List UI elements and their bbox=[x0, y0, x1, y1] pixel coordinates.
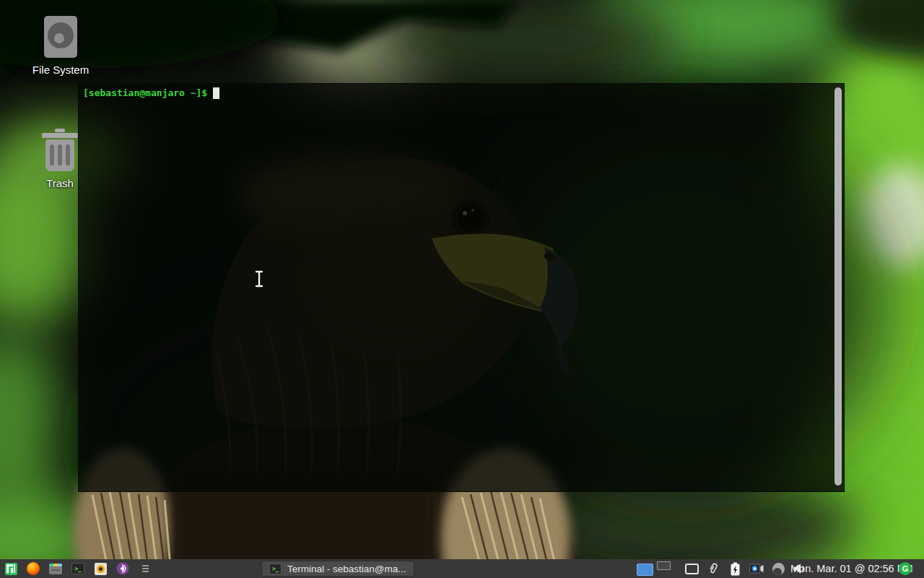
workspace-switcher[interactable] bbox=[637, 559, 673, 578]
file-manager-launcher[interactable] bbox=[48, 561, 63, 577]
clock[interactable]: Mon. Mar. 01 @ 02:56 PM bbox=[790, 559, 912, 578]
hard-drive-icon bbox=[44, 16, 77, 58]
tor-browser-launcher[interactable] bbox=[116, 561, 130, 577]
badge-letter: G bbox=[902, 564, 909, 573]
media-player-launcher[interactable] bbox=[93, 561, 108, 577]
desktop-root: File System Trash [sebastian@manjaro ~]$ bbox=[0, 0, 924, 578]
taskbar: >_ >_ bbox=[0, 559, 924, 578]
trash-icon bbox=[38, 129, 82, 171]
hamburger-icon bbox=[142, 565, 149, 572]
workspace-2[interactable] bbox=[657, 561, 671, 570]
terminal-window[interactable]: [sebastian@manjaro ~]$ bbox=[78, 83, 845, 492]
tor-browser-icon bbox=[116, 562, 129, 575]
battery-charging-icon[interactable] bbox=[728, 561, 742, 577]
terminal-icon: >_ bbox=[269, 564, 282, 574]
desktop-icon-file-system[interactable]: File System bbox=[17, 16, 104, 76]
speaker-box-icon bbox=[95, 563, 107, 575]
workspace-1-active[interactable] bbox=[637, 564, 653, 576]
webcam-tray-icon[interactable] bbox=[749, 561, 764, 577]
display-tray-icon[interactable] bbox=[684, 561, 699, 577]
manjaro-menu-button[interactable] bbox=[4, 561, 18, 577]
launcher-area: >_ bbox=[4, 559, 152, 578]
desktop-icon-label: File System bbox=[17, 64, 104, 76]
panel-menu-button[interactable] bbox=[138, 561, 152, 577]
task-button-terminal[interactable]: >_ Terminal - sebastian@ma... bbox=[261, 561, 414, 577]
user-account-icon[interactable] bbox=[771, 561, 785, 577]
firefox-launcher[interactable] bbox=[26, 561, 40, 577]
green-status-badge[interactable]: G bbox=[899, 562, 912, 575]
terminal-prompt-line: [sebastian@manjaro ~]$ bbox=[83, 87, 219, 99]
task-button-label: Terminal - sebastian@ma... bbox=[287, 564, 406, 574]
firefox-icon bbox=[27, 562, 40, 575]
terminal-scrollbar-thumb[interactable] bbox=[834, 87, 842, 486]
terminal-cursor bbox=[213, 87, 219, 99]
clipboard-paperclip-icon[interactable] bbox=[706, 561, 720, 577]
terminal-icon: >_ bbox=[71, 563, 84, 574]
manjaro-logo-icon bbox=[5, 563, 17, 575]
terminal-launcher[interactable]: >_ bbox=[71, 561, 85, 577]
terminal-prompt: [sebastian@manjaro ~]$ bbox=[83, 87, 207, 99]
terminal-scrollbar[interactable] bbox=[833, 85, 842, 490]
ibeam-cursor bbox=[254, 270, 264, 290]
system-tray bbox=[684, 559, 807, 578]
file-manager-icon bbox=[49, 564, 62, 574]
